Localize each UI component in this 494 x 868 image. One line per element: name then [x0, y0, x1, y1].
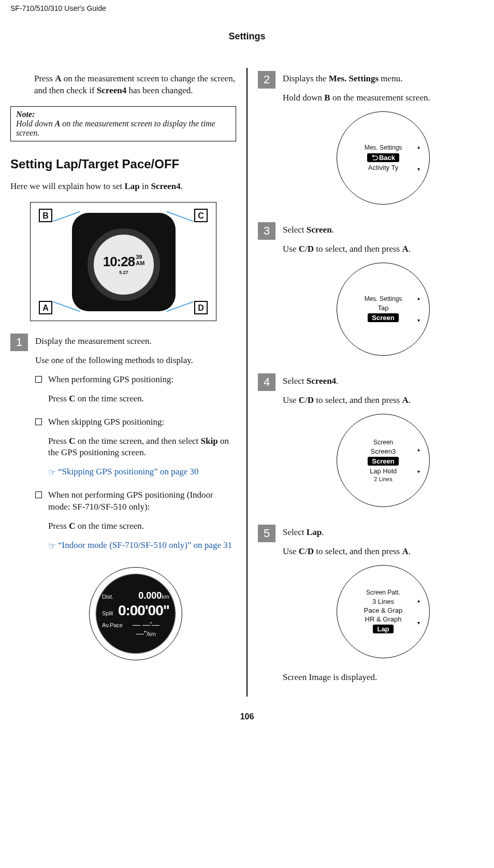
- label-c: C: [194, 209, 208, 222]
- step-body: Select Screen4.Use C/D to select, and th…: [283, 375, 484, 520]
- triangle-up-icon: ▴: [417, 295, 420, 301]
- avpace-label: Av.Pace: [102, 622, 123, 628]
- list-item-inner: Press C on the time screen, and then sel…: [48, 436, 236, 479]
- step-desc: Use one of the following methods to disp…: [35, 355, 236, 367]
- right-column: 2Displays the Mes. Settings menu.Hold do…: [248, 73, 484, 697]
- step-body: Displays the Mes. Settings menu.Hold dow…: [283, 73, 484, 218]
- watch-date: 5.27: [119, 270, 128, 275]
- screen-top-title: Screen: [350, 438, 417, 447]
- screen-row: Screen: [350, 312, 417, 323]
- watch-face: 10:28 39 AM 5.27: [88, 228, 160, 301]
- square-bullet-icon: [35, 491, 42, 498]
- watch-screen-content: Screen Patt.3 LinesPace & GrapHR & Graph…: [350, 588, 417, 634]
- step-title: Select Lap.: [283, 527, 484, 539]
- dark-watch-screen: Dist. 0.000km Split 0:00'00" Av.Pace — —…: [89, 567, 182, 660]
- watch-ampm: AM: [136, 260, 144, 266]
- intro-paragraph: Press A on the measurement screen to cha…: [34, 73, 236, 97]
- step-desc: Hold down B on the measurement screen.: [283, 92, 484, 104]
- list-item-body: When skipping GPS positioning:Press C on…: [48, 416, 236, 487]
- split-label: Split: [102, 610, 113, 616]
- triangle-up-icon: ▴: [417, 598, 420, 603]
- step-body: Select Lap.Use C/D to select, and then p…: [283, 527, 484, 691]
- step-number: 2: [258, 71, 275, 89]
- triangle-down-icon: ▾: [417, 469, 420, 474]
- list-item-body: When not performing GPS positioning (Ind…: [48, 489, 236, 560]
- list-item-inner: Press C on the time screen.☞“Indoor mode…: [48, 520, 236, 552]
- pointer-icon: ☞: [48, 541, 56, 553]
- cross-reference-link[interactable]: ☞“Indoor mode (SF-710/SF-510 only)” on p…: [48, 540, 236, 552]
- screen-top-title: Mes. Settings: [350, 143, 417, 152]
- step-body: Select Screen.Use C/D to select, and the…: [283, 224, 484, 369]
- screen-top-title: Mes. Settings: [350, 295, 417, 303]
- triangle-down-icon: ▾: [417, 166, 420, 172]
- step: 5Select Lap.Use C/D to select, and then …: [258, 527, 484, 691]
- step-desc: Use C/D to select, and then press A.: [283, 546, 484, 558]
- triangle-down-icon: ▾: [417, 620, 420, 626]
- note-title: Note:: [16, 110, 230, 119]
- screen-selected-item: Screen: [368, 313, 398, 322]
- step: 4Select Screen4.Use C/D to select, and t…: [258, 375, 484, 520]
- screen-row: 3 Lines: [350, 597, 417, 606]
- list-item-head: When not performing GPS positioning (Ind…: [48, 489, 236, 513]
- step-title: Displays the Mes. Settings menu.: [283, 73, 484, 85]
- step-number: 4: [258, 373, 275, 391]
- note-box: Note: Hold down A on the measurement scr…: [10, 106, 236, 141]
- step-title: Display the measurement screen.: [35, 336, 236, 348]
- triangle-down-icon: ▾: [417, 317, 420, 323]
- step-1: 1 Display the measurement screen. Use on…: [10, 336, 236, 674]
- screen-bottom-label: 2 Lines: [350, 475, 417, 483]
- triangle-up-icon: ▴: [417, 144, 420, 150]
- list-item-text: Press C on the time screen.: [48, 393, 236, 405]
- pointer-icon: ☞: [48, 467, 56, 479]
- list-item-head: When performing GPS positioning:: [48, 374, 236, 386]
- dist-label: Dist.: [102, 594, 113, 600]
- watch-screen-figure: Mes. SettingsBackActivity Ty▴▾: [337, 111, 430, 205]
- screen-selected-item: Lap: [373, 625, 393, 633]
- screen-selected-item: Back: [367, 153, 399, 162]
- step-title: Select Screen.: [283, 224, 484, 236]
- screen-row: Tap: [350, 303, 417, 312]
- list-item: When performing GPS positioning:Press C …: [35, 374, 236, 413]
- step-number: 5: [258, 525, 275, 542]
- screen-row: HR & Graph: [350, 615, 417, 624]
- label-a: A: [39, 301, 52, 314]
- left-column: Press A on the measurement screen to cha…: [10, 73, 246, 697]
- label-d: D: [194, 301, 208, 314]
- header-line: SF-710/510/310 User's Guide: [10, 0, 484, 15]
- subheading: Setting Lap/Target Pace/OFF: [10, 157, 236, 171]
- watch-screen-figure: Screen Patt.3 LinesPace & GrapHR & Graph…: [337, 565, 430, 658]
- dark-screen-content: Dist. 0.000km Split 0:00'00" Av.Pace — —…: [102, 589, 169, 639]
- nested-list: When performing GPS positioning:Press C …: [35, 374, 236, 560]
- two-column-layout: Press A on the measurement screen to cha…: [10, 73, 484, 697]
- list-item: When skipping GPS positioning:Press C on…: [35, 416, 236, 487]
- list-item-text: Press C on the time screen.: [48, 520, 236, 532]
- step: 3Select Screen.Use C/D to select, and th…: [258, 224, 484, 369]
- avpace-unit: /km: [147, 631, 156, 637]
- triangle-up-icon: ▴: [417, 446, 420, 452]
- watch-seconds: 39: [136, 254, 142, 260]
- step-number: 1: [10, 334, 28, 351]
- split-val: 0:00'00": [118, 602, 169, 619]
- page-number: 106: [10, 712, 484, 721]
- screen-row: Screen: [350, 456, 417, 467]
- dist-unit: km: [162, 594, 169, 600]
- watch-time: 10:28: [103, 254, 135, 270]
- screen-row: Lap Hold: [350, 467, 417, 475]
- square-bullet-icon: [35, 376, 42, 383]
- screen-row: Screen3: [350, 447, 417, 456]
- step-after-text: Screen Image is displayed.: [283, 672, 484, 684]
- step-body: Display the measurement screen. Use one …: [35, 336, 236, 674]
- screen-selected-item: Screen: [368, 457, 398, 466]
- section-title: Settings: [10, 31, 484, 42]
- list-item-text: Press C on the time screen, and then sel…: [48, 436, 236, 459]
- step-number: 3: [258, 222, 275, 240]
- label-b: B: [39, 209, 52, 222]
- screen-row: Lap: [350, 624, 417, 634]
- step: 2Displays the Mes. Settings menu.Hold do…: [258, 73, 484, 218]
- square-bullet-icon: [35, 418, 42, 425]
- dist-val: 0.000: [138, 590, 162, 601]
- watch-screen-content: Mes. SettingsTapScreen: [350, 295, 417, 323]
- watch-screen-figure: Mes. SettingsTapScreen▴▾: [337, 263, 430, 356]
- page: SF-710/510/310 User's Guide Settings Pre…: [0, 0, 494, 753]
- cross-reference-link[interactable]: ☞“Skipping GPS positioning” on page 30: [48, 466, 236, 478]
